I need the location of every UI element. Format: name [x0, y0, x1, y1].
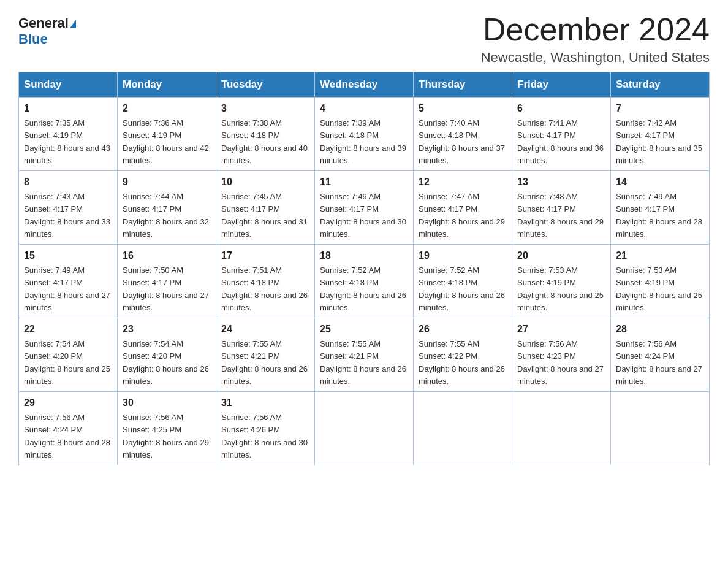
- day-number: 4: [320, 101, 408, 116]
- day-number: 25: [320, 322, 408, 337]
- week-row-4: 22 Sunrise: 7:54 AMSunset: 4:20 PMDaylig…: [19, 318, 710, 392]
- day-info: Sunrise: 7:56 AMSunset: 4:24 PMDaylight:…: [616, 339, 702, 386]
- table-cell: 4 Sunrise: 7:39 AMSunset: 4:18 PMDayligh…: [315, 98, 414, 171]
- table-cell: 30 Sunrise: 7:56 AMSunset: 4:25 PMDaylig…: [118, 392, 216, 465]
- day-number: 2: [123, 101, 211, 116]
- day-number: 31: [221, 396, 309, 410]
- day-number: 26: [419, 322, 507, 337]
- table-cell: 24 Sunrise: 7:55 AMSunset: 4:21 PMDaylig…: [216, 318, 315, 392]
- day-number: 18: [320, 248, 408, 263]
- day-number: 17: [221, 248, 309, 263]
- col-thursday: Thursday: [414, 72, 512, 98]
- day-number: 15: [24, 248, 112, 263]
- table-cell: 27 Sunrise: 7:56 AMSunset: 4:23 PMDaylig…: [512, 318, 611, 392]
- day-info: Sunrise: 7:53 AMSunset: 4:19 PMDaylight:…: [517, 266, 604, 312]
- day-info: Sunrise: 7:50 AMSunset: 4:17 PMDaylight:…: [123, 266, 209, 312]
- table-cell: 8 Sunrise: 7:43 AMSunset: 4:17 PMDayligh…: [19, 171, 118, 245]
- day-info: Sunrise: 7:55 AMSunset: 4:21 PMDaylight:…: [320, 339, 406, 386]
- day-number: 1: [24, 101, 112, 116]
- table-cell: 10 Sunrise: 7:45 AMSunset: 4:17 PMDaylig…: [216, 171, 315, 245]
- day-number: 28: [616, 322, 704, 337]
- day-info: Sunrise: 7:56 AMSunset: 4:25 PMDaylight:…: [123, 413, 209, 459]
- day-info: Sunrise: 7:54 AMSunset: 4:20 PMDaylight:…: [24, 339, 110, 386]
- table-cell: 19 Sunrise: 7:52 AMSunset: 4:18 PMDaylig…: [414, 245, 512, 318]
- day-info: Sunrise: 7:42 AMSunset: 4:17 PMDaylight:…: [616, 118, 702, 165]
- day-number: 23: [123, 322, 211, 337]
- table-cell: 1 Sunrise: 7:35 AMSunset: 4:19 PMDayligh…: [19, 98, 118, 171]
- col-wednesday: Wednesday: [315, 72, 414, 98]
- table-cell: 12 Sunrise: 7:47 AMSunset: 4:17 PMDaylig…: [414, 171, 512, 245]
- day-number: 16: [123, 248, 211, 263]
- day-number: 19: [419, 248, 507, 263]
- day-info: Sunrise: 7:56 AMSunset: 4:26 PMDaylight:…: [221, 413, 308, 459]
- day-number: 6: [517, 101, 605, 116]
- day-number: 7: [616, 101, 704, 116]
- table-cell: 5 Sunrise: 7:40 AMSunset: 4:18 PMDayligh…: [414, 98, 512, 171]
- table-cell: 23 Sunrise: 7:54 AMSunset: 4:20 PMDaylig…: [118, 318, 216, 392]
- day-info: Sunrise: 7:55 AMSunset: 4:22 PMDaylight:…: [419, 339, 505, 386]
- table-cell: 29 Sunrise: 7:56 AMSunset: 4:24 PMDaylig…: [19, 392, 118, 465]
- col-sunday: Sunday: [19, 72, 118, 98]
- day-info: Sunrise: 7:48 AMSunset: 4:17 PMDaylight:…: [517, 192, 604, 239]
- day-info: Sunrise: 7:55 AMSunset: 4:21 PMDaylight:…: [221, 339, 308, 386]
- day-info: Sunrise: 7:54 AMSunset: 4:20 PMDaylight:…: [123, 339, 209, 386]
- table-cell: 13 Sunrise: 7:48 AMSunset: 4:17 PMDaylig…: [512, 171, 611, 245]
- col-friday: Friday: [512, 72, 611, 98]
- day-info: Sunrise: 7:47 AMSunset: 4:17 PMDaylight:…: [419, 192, 505, 239]
- logo-triangle-icon: [70, 20, 76, 28]
- table-cell: 22 Sunrise: 7:54 AMSunset: 4:20 PMDaylig…: [19, 318, 118, 392]
- logo-line2: Blue: [18, 31, 48, 47]
- logo-general-text: General: [18, 15, 69, 31]
- table-cell: 14 Sunrise: 7:49 AMSunset: 4:17 PMDaylig…: [611, 171, 710, 245]
- day-number: 5: [419, 101, 507, 116]
- day-number: 3: [221, 101, 309, 116]
- day-number: 13: [517, 175, 605, 190]
- col-monday: Monday: [118, 72, 216, 98]
- month-title: December 2024: [481, 12, 710, 47]
- title-block: December 2024 Newcastle, Washington, Uni…: [481, 12, 710, 66]
- table-cell: 11 Sunrise: 7:46 AMSunset: 4:17 PMDaylig…: [315, 171, 414, 245]
- table-cell: [611, 392, 710, 465]
- day-info: Sunrise: 7:56 AMSunset: 4:23 PMDaylight:…: [517, 339, 604, 386]
- logo: General Blue: [18, 12, 76, 47]
- day-info: Sunrise: 7:56 AMSunset: 4:24 PMDaylight:…: [24, 413, 110, 459]
- day-number: 10: [221, 175, 309, 190]
- table-cell: [414, 392, 512, 465]
- day-number: 8: [24, 175, 112, 190]
- day-info: Sunrise: 7:43 AMSunset: 4:17 PMDaylight:…: [24, 192, 110, 239]
- day-number: 14: [616, 175, 704, 190]
- table-cell: 17 Sunrise: 7:51 AMSunset: 4:18 PMDaylig…: [216, 245, 315, 318]
- day-number: 29: [24, 396, 112, 410]
- location-subtitle: Newcastle, Washington, United States: [481, 50, 710, 66]
- day-info: Sunrise: 7:46 AMSunset: 4:17 PMDaylight:…: [320, 192, 406, 239]
- day-info: Sunrise: 7:39 AMSunset: 4:18 PMDaylight:…: [320, 118, 406, 165]
- table-cell: 16 Sunrise: 7:50 AMSunset: 4:17 PMDaylig…: [118, 245, 216, 318]
- table-cell: 21 Sunrise: 7:53 AMSunset: 4:19 PMDaylig…: [611, 245, 710, 318]
- table-cell: 7 Sunrise: 7:42 AMSunset: 4:17 PMDayligh…: [611, 98, 710, 171]
- page-header: General Blue December 2024 Newcastle, Wa…: [18, 12, 710, 66]
- day-number: 9: [123, 175, 211, 190]
- day-number: 22: [24, 322, 112, 337]
- day-info: Sunrise: 7:53 AMSunset: 4:19 PMDaylight:…: [616, 266, 702, 312]
- logo-line1: General: [18, 15, 76, 31]
- table-cell: [512, 392, 611, 465]
- table-cell: [315, 392, 414, 465]
- day-number: 30: [123, 396, 211, 410]
- day-info: Sunrise: 7:40 AMSunset: 4:18 PMDaylight:…: [419, 118, 505, 165]
- day-info: Sunrise: 7:44 AMSunset: 4:17 PMDaylight:…: [123, 192, 209, 239]
- header-row: Sunday Monday Tuesday Wednesday Thursday…: [19, 72, 710, 98]
- day-info: Sunrise: 7:35 AMSunset: 4:19 PMDaylight:…: [24, 118, 110, 165]
- col-tuesday: Tuesday: [216, 72, 315, 98]
- day-info: Sunrise: 7:41 AMSunset: 4:17 PMDaylight:…: [517, 118, 604, 165]
- day-info: Sunrise: 7:52 AMSunset: 4:18 PMDaylight:…: [419, 266, 505, 312]
- week-row-1: 1 Sunrise: 7:35 AMSunset: 4:19 PMDayligh…: [19, 98, 710, 171]
- table-cell: 26 Sunrise: 7:55 AMSunset: 4:22 PMDaylig…: [414, 318, 512, 392]
- day-info: Sunrise: 7:38 AMSunset: 4:18 PMDaylight:…: [221, 118, 308, 165]
- table-cell: 2 Sunrise: 7:36 AMSunset: 4:19 PMDayligh…: [118, 98, 216, 171]
- day-info: Sunrise: 7:36 AMSunset: 4:19 PMDaylight:…: [123, 118, 209, 165]
- table-cell: 3 Sunrise: 7:38 AMSunset: 4:18 PMDayligh…: [216, 98, 315, 171]
- table-cell: 31 Sunrise: 7:56 AMSunset: 4:26 PMDaylig…: [216, 392, 315, 465]
- table-cell: 20 Sunrise: 7:53 AMSunset: 4:19 PMDaylig…: [512, 245, 611, 318]
- table-cell: 6 Sunrise: 7:41 AMSunset: 4:17 PMDayligh…: [512, 98, 611, 171]
- day-info: Sunrise: 7:49 AMSunset: 4:17 PMDaylight:…: [24, 266, 110, 312]
